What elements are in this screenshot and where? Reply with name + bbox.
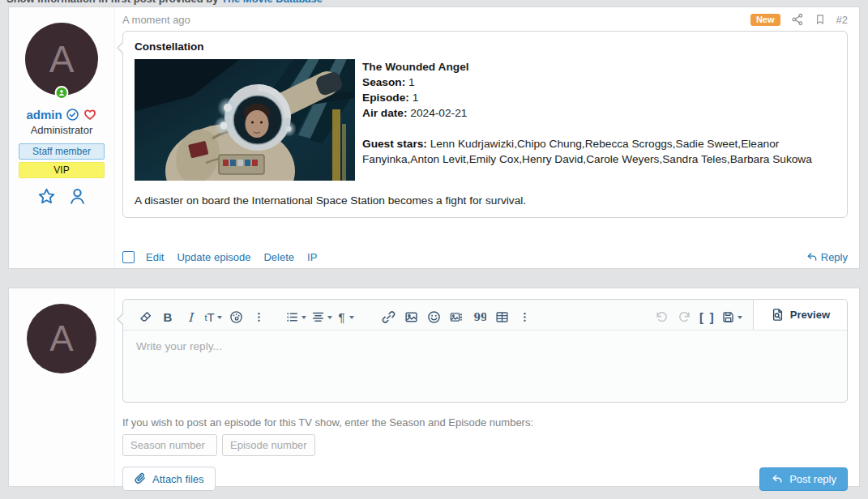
top-note-clip: Show information in first post provided …	[0, 0, 868, 6]
redo-icon[interactable]	[674, 307, 695, 328]
caret-down-icon	[327, 316, 332, 319]
italic-icon[interactable]: I	[180, 307, 201, 328]
episode-airdate-line: Air date: 2024-02-21	[362, 105, 828, 121]
episode-number-input[interactable]	[222, 434, 315, 456]
top-note-text: Show information in first post provided …	[6, 0, 218, 5]
bbcode-toggle-icon[interactable]: [ ]	[697, 307, 718, 328]
bookmark-icon[interactable]	[815, 13, 826, 26]
post-timestamp[interactable]: A moment ago	[122, 14, 190, 26]
undo-icon[interactable]	[652, 307, 673, 328]
preview-icon	[771, 308, 785, 322]
share-icon[interactable]	[791, 13, 804, 26]
more-tools-icon[interactable]	[514, 307, 535, 328]
reply-arrow-icon	[771, 473, 784, 485]
post-header: A moment ago New #2	[122, 7, 848, 31]
smilies-icon[interactable]	[423, 307, 444, 328]
reply-avatar-letter: A	[49, 318, 73, 359]
avatar[interactable]: A	[25, 23, 98, 96]
caret-down-icon	[738, 316, 742, 319]
rich-text-editor: B I tT	[122, 299, 848, 403]
episode-description: A disaster on board the International Sp…	[135, 194, 836, 207]
verified-icon	[66, 108, 79, 122]
episode-details: The Wounded Angel Season: 1 Episode: 1 A…	[362, 59, 828, 181]
editor-toolbar: B I tT	[123, 300, 847, 331]
post-content: Constellation	[122, 31, 848, 218]
post-number-link[interactable]: #2	[836, 14, 848, 26]
caret-down-icon	[349, 316, 354, 319]
caret-down-icon	[217, 316, 222, 319]
ip-link[interactable]: IP	[307, 251, 317, 263]
preview-button[interactable]: Preview	[753, 300, 847, 330]
svg-text:99: 99	[473, 312, 485, 323]
reply-text-area[interactable]: Write your reply...	[123, 331, 847, 402]
online-status-icon	[55, 86, 69, 100]
reply-avatar[interactable]: A	[27, 304, 96, 373]
insert-link-icon[interactable]	[378, 307, 399, 328]
tmdb-link[interactable]: The Movie Database	[221, 0, 323, 5]
delete-link[interactable]: Delete	[263, 251, 294, 263]
post-reply-button[interactable]: Post reply	[759, 467, 848, 491]
episode-prompt-text: If you wish to post an episode for this …	[122, 416, 848, 429]
show-title: Constellation	[135, 41, 836, 53]
paperclip-icon	[134, 472, 147, 485]
more-text-options-icon[interactable]	[248, 307, 269, 328]
avatar-letter: A	[49, 37, 75, 81]
bold-icon[interactable]: B	[157, 307, 178, 328]
username-link[interactable]: admin	[26, 108, 62, 122]
insert-table-icon[interactable]	[491, 307, 512, 328]
select-post-checkbox[interactable]	[122, 251, 135, 263]
member-icon[interactable]	[68, 187, 87, 206]
insert-media-icon[interactable]	[446, 307, 467, 328]
paragraph-format-icon[interactable]: ¶	[336, 307, 357, 328]
caret-down-icon	[301, 316, 306, 319]
edit-link[interactable]: Edit	[146, 251, 164, 263]
episode-season-line: Season: 1	[362, 75, 828, 90]
reply-form: A B I tT	[8, 288, 860, 487]
alignment-icon[interactable]	[310, 307, 334, 328]
top-note: Show information in first post provided …	[0, 0, 868, 5]
reply-link[interactable]: Reply	[806, 251, 848, 263]
new-badge: New	[750, 14, 780, 26]
insert-image-icon[interactable]	[400, 307, 421, 328]
post-action-bar: Edit Update episode Delete IP Reply	[122, 251, 848, 263]
star-icon[interactable]	[37, 187, 56, 206]
list-icon[interactable]	[284, 307, 308, 328]
editor-cell: B I tT	[115, 288, 859, 486]
heart-icon[interactable]	[83, 108, 97, 122]
drafts-icon[interactable]	[720, 307, 744, 328]
user-title: Administrator	[9, 124, 114, 136]
text-color-icon[interactable]	[225, 307, 246, 328]
staff-member-badge: Staff member	[19, 143, 105, 160]
reply-icon	[806, 251, 819, 263]
episode-title: The Wounded Angel	[362, 59, 828, 75]
episode-number-line: Episode: 1	[362, 90, 828, 105]
post-main-cell: A moment ago New #2 Constellation	[115, 7, 859, 268]
post-user-cell: A admin Administrator Staff member VIP	[9, 7, 115, 268]
attach-files-button[interactable]: Attach files	[122, 467, 216, 491]
vip-badge: VIP	[19, 162, 105, 178]
season-number-input[interactable]	[122, 434, 217, 456]
update-episode-link[interactable]: Update episode	[177, 251, 250, 263]
episode-still-image	[135, 59, 355, 181]
remove-format-icon[interactable]	[135, 307, 156, 328]
font-size-icon[interactable]: tT	[203, 307, 224, 328]
reply-placeholder: Write your reply...	[136, 340, 222, 352]
guest-stars-line: Guest stars: Lenn Kudrjawizki,Chipo Chun…	[362, 136, 828, 167]
reply-user-cell: A	[9, 288, 115, 486]
quote-icon[interactable]: 99	[468, 307, 490, 328]
post-message: A admin Administrator Staff member VIP	[8, 6, 860, 269]
